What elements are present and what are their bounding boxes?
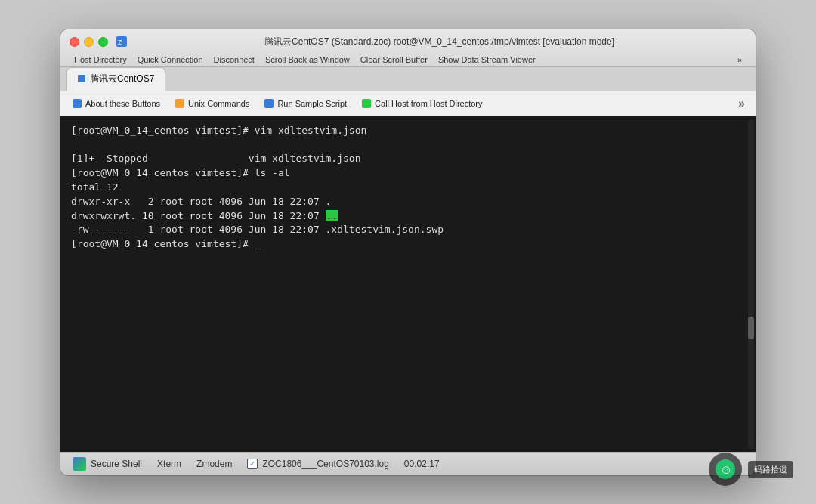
run-sample-icon bbox=[264, 99, 274, 108]
window-title: 腾讯云CentOS7 (Standard.zoc) root@VM_0_14_c… bbox=[132, 36, 746, 48]
minimize-button[interactable] bbox=[84, 37, 94, 47]
unix-commands-label: Unix Commands bbox=[188, 99, 249, 108]
call-host-label: Call Host from Host Directory bbox=[375, 99, 482, 108]
watermark-label: 码路拾遗 bbox=[748, 461, 793, 478]
tab-centos7[interactable]: 腾讯云CentOS7 bbox=[66, 67, 165, 91]
menu-host-directory[interactable]: Host Directory bbox=[70, 53, 131, 66]
toolbar-unix-commands[interactable]: Unix Commands bbox=[169, 97, 255, 110]
tab-icon bbox=[78, 75, 85, 82]
toolbar-overflow[interactable]: » bbox=[734, 94, 750, 113]
traffic-lights bbox=[70, 37, 108, 47]
log-label: ZOC1806___CentOS70103.log bbox=[262, 459, 388, 469]
menu-overflow[interactable]: » bbox=[733, 53, 746, 66]
toolbar-call-host[interactable]: Call Host from Host Directory bbox=[356, 97, 488, 110]
zmodem-label: Zmodem bbox=[196, 459, 232, 469]
svg-text:Z: Z bbox=[118, 39, 122, 46]
menu-bar: Host Directory Quick Connection Disconne… bbox=[70, 53, 746, 66]
menu-scroll-back[interactable]: Scroll Back as Window bbox=[261, 53, 354, 66]
close-button[interactable] bbox=[70, 37, 79, 47]
secure-shell-label: Secure Shell bbox=[91, 459, 142, 469]
xterm-label: Xterm bbox=[157, 459, 181, 469]
watermark: ☺ 码路拾遗 bbox=[709, 453, 793, 486]
time-label: 00:02:17 bbox=[404, 459, 440, 469]
title-bar: Z 腾讯云CentOS7 (Standard.zoc) root@VM_0_14… bbox=[60, 29, 756, 67]
menu-quick-connection[interactable]: Quick Connection bbox=[133, 53, 208, 66]
menu-clear-scroll[interactable]: Clear Scroll Buffer bbox=[356, 53, 432, 66]
tab-label: 腾讯云CentOS7 bbox=[90, 73, 154, 85]
scrollbar-thumb[interactable] bbox=[748, 317, 754, 339]
secure-shell-icon bbox=[73, 457, 86, 471]
status-secure-shell: Secure Shell bbox=[73, 457, 142, 471]
app-icon: Z bbox=[116, 36, 128, 48]
status-zmodem: Zmodem bbox=[196, 459, 232, 469]
log-checkbox[interactable]: ✓ bbox=[247, 459, 258, 469]
about-buttons-label: About these Buttons bbox=[85, 99, 160, 108]
toolbar: About these Buttons Unix Commands Run Sa… bbox=[60, 91, 756, 116]
menu-disconnect[interactable]: Disconnect bbox=[209, 53, 259, 66]
terminal-output: [root@VM_0_14_centos vimtest]# vim xdlte… bbox=[71, 124, 745, 252]
toolbar-about-buttons[interactable]: About these Buttons bbox=[66, 97, 166, 110]
about-buttons-icon bbox=[73, 99, 82, 108]
svg-text:☺: ☺ bbox=[720, 463, 732, 476]
main-window: Z 腾讯云CentOS7 (Standard.zoc) root@VM_0_14… bbox=[60, 29, 756, 475]
terminal-area[interactable]: [root@VM_0_14_centos vimtest]# vim xdlte… bbox=[60, 116, 756, 452]
call-host-icon bbox=[362, 99, 371, 108]
status-time: 00:02:17 bbox=[404, 459, 440, 469]
scrollbar[interactable] bbox=[748, 119, 754, 449]
menu-show-data-stream[interactable]: Show Data Stream Viewer bbox=[434, 53, 540, 66]
unix-commands-icon bbox=[175, 99, 184, 108]
maximize-button[interactable] bbox=[98, 37, 108, 47]
status-log: ✓ ZOC1806___CentOS70103.log bbox=[247, 459, 388, 469]
watermark-icon: ☺ bbox=[709, 453, 742, 486]
tab-bar: 腾讯云CentOS7 bbox=[60, 67, 756, 91]
status-xterm: Xterm bbox=[157, 459, 181, 469]
run-sample-label: Run Sample Script bbox=[277, 99, 347, 108]
status-bar: Secure Shell Xterm Zmodem ✓ ZOC1806___Ce… bbox=[60, 452, 756, 475]
toolbar-run-sample[interactable]: Run Sample Script bbox=[258, 97, 353, 110]
